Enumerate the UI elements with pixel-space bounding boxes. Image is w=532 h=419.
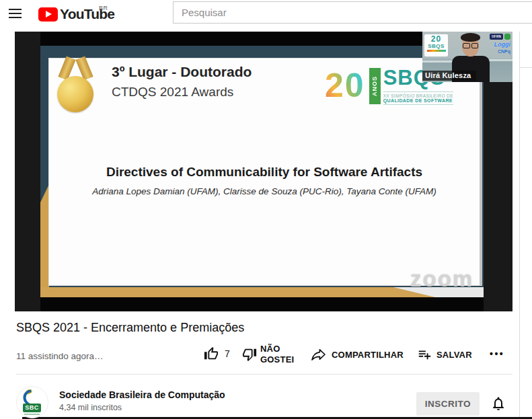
badge-stripe	[427, 50, 446, 52]
award-title: 3º Lugar - Doutorado	[112, 64, 252, 80]
badge-number: 20	[424, 35, 448, 43]
thumb-down-icon	[242, 347, 257, 362]
webcam-overlay: 20 SBQS UFRN Loggi CNPq Uirá Kulesza	[422, 32, 512, 82]
speaker-hair	[461, 33, 480, 42]
gold-medal-icon	[57, 76, 93, 112]
share-button[interactable]: COMPARTILHAR	[311, 346, 404, 363]
menu-button[interactable]	[9, 9, 22, 18]
menu-bar	[9, 13, 22, 14]
award-subtitle: CTDQS 2021 Awards	[112, 85, 233, 100]
notification-bell-icon[interactable]	[490, 395, 506, 414]
share-label: COMPARTILHAR	[332, 350, 404, 360]
like-button[interactable]: 7	[204, 346, 230, 361]
section-divider	[16, 374, 512, 375]
sponsor-logo-green	[504, 34, 510, 40]
sponsor-logos: UFRN Loggi CNPq	[490, 34, 510, 54]
paper-authors: Adriana Lopes Damian (UFAM), Clarisse de…	[49, 186, 480, 196]
viewer-count: 11 assistindo agora…	[16, 351, 104, 361]
subscribed-button[interactable]: INSCRITO	[416, 392, 480, 416]
more-actions-button[interactable]: •••	[490, 348, 504, 359]
video-player[interactable]: 3º Lugar - Doutorado CTDQS 2021 Awards 2…	[15, 32, 512, 311]
sponsor-logo-cnpq: CNPq	[498, 49, 510, 54]
channel-name[interactable]: Sociedade Brasileira de Computação	[59, 389, 225, 400]
sponsor-logo-ufrn: UFRN	[490, 34, 503, 40]
thumb-up-icon	[204, 346, 219, 361]
dislike-label: NÃO GOSTEI	[260, 344, 302, 365]
avatar-caption-line	[24, 414, 40, 415]
sidebar-panel-border	[520, 67, 532, 68]
dislike-button[interactable]: NÃO GOSTEI	[242, 344, 302, 365]
like-count: 7	[225, 348, 230, 359]
playlist-add-icon	[417, 347, 432, 362]
speaker-name-tag: Uirá Kulesza	[422, 71, 476, 81]
presentation-slide: 3º Lugar - Doutorado CTDQS 2021 Awards 2…	[48, 58, 482, 286]
sbqs-tagline-bottom: QUALIDADE DE SOFTWARE	[383, 98, 453, 105]
sbqs-tagline-top: XX SIMPÓSIO BRASILEIRO DE	[383, 91, 453, 98]
youtube-watch-page: YouTube BR 3º Lugar - Doutorado CTDQS 20…	[0, 0, 532, 419]
sponsor-logo-loggi: Loggi	[494, 41, 511, 48]
sbqs-badge: 20 SBQS	[424, 34, 448, 56]
menu-bar	[9, 9, 22, 10]
subscriber-count: 4,34 mil inscritos	[59, 403, 122, 412]
slide-scene: 3º Lugar - Doutorado CTDQS 2021 Awards 2…	[40, 46, 484, 297]
avatar-sbc-label: SBC	[23, 404, 41, 412]
search-input[interactable]	[173, 1, 532, 24]
bridge-background	[486, 59, 512, 61]
badge-name: SBQS	[424, 43, 448, 49]
sidebar-border	[519, 32, 520, 418]
speaker-glasses	[463, 43, 478, 48]
anos-label: ANOS	[369, 68, 381, 104]
save-label: SALVAR	[436, 350, 472, 360]
logo-region-label: BR	[99, 5, 108, 11]
share-arrow-icon	[311, 346, 327, 363]
zoom-watermark: zoom	[410, 266, 473, 292]
anniversary-number: 20	[325, 67, 365, 104]
paper-title: Directives of Communicability for Softwa…	[49, 165, 480, 180]
save-button[interactable]: SALVAR	[417, 347, 472, 362]
channel-avatar[interactable]: SBC	[16, 386, 48, 418]
youtube-play-icon	[38, 7, 58, 22]
video-title: SBQS 2021 - Encerramento e Premiações	[16, 321, 244, 335]
search-box	[173, 1, 532, 24]
menu-bar	[9, 17, 22, 18]
